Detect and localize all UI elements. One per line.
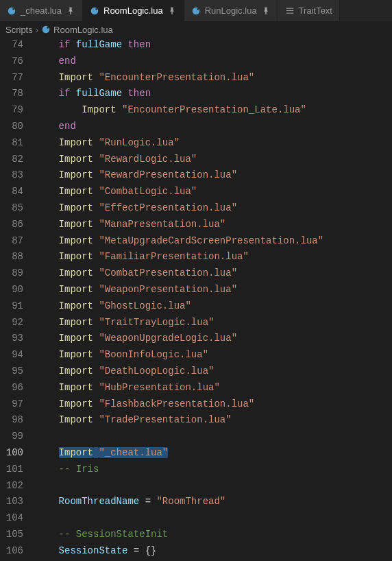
code-line[interactable]: Import "DeathLoopLogic.lua" bbox=[36, 363, 392, 380]
line-number: 99 bbox=[5, 429, 23, 445]
code-line[interactable]: Import "RunLogic.lua" bbox=[36, 135, 392, 152]
svg-point-2 bbox=[91, 7, 99, 14]
code-line[interactable]: Import "TraitTrayLogic.lua" bbox=[36, 315, 392, 331]
line-number: 93 bbox=[5, 331, 23, 347]
line-number: 102 bbox=[5, 478, 23, 494]
svg-point-0 bbox=[8, 7, 16, 14]
code-line[interactable]: Import "TradePresentation.lua" bbox=[36, 412, 392, 429]
code-line[interactable] bbox=[36, 478, 392, 494]
svg-point-4 bbox=[192, 7, 199, 14]
code-line[interactable]: -- SessionStateInit bbox=[36, 527, 392, 543]
code-line[interactable]: SessionState = {} bbox=[36, 543, 392, 560]
code-line[interactable] bbox=[36, 429, 392, 445]
code-content[interactable]: if fullGame then end Import "EncounterPr… bbox=[33, 37, 392, 561]
line-number: 94 bbox=[5, 347, 23, 363]
code-line[interactable]: Import "WeaponPresentation.lua" bbox=[36, 282, 392, 298]
tab-runlogic-lua[interactable]: RunLogic.lua bbox=[184, 0, 278, 21]
line-number: 100 bbox=[5, 445, 23, 462]
line-number: 82 bbox=[5, 152, 23, 168]
list-icon bbox=[285, 6, 295, 16]
pin-icon[interactable] bbox=[261, 6, 271, 16]
lua-icon bbox=[7, 6, 16, 16]
pin-icon[interactable] bbox=[167, 6, 177, 16]
code-line[interactable]: Import "BoonInfoLogic.lua" bbox=[36, 347, 392, 363]
line-number: 96 bbox=[5, 380, 23, 396]
line-number: 85 bbox=[5, 200, 23, 217]
code-line[interactable]: Import "HubPresentation.lua" bbox=[36, 380, 392, 396]
line-number: 77 bbox=[5, 70, 23, 86]
breadcrumb-file[interactable]: RoomLogic.lua bbox=[53, 25, 113, 35]
code-line[interactable]: end bbox=[36, 119, 392, 135]
tab-traittext[interactable]: TraitText bbox=[278, 0, 340, 21]
line-number: 74 bbox=[5, 37, 23, 53]
line-number: 76 bbox=[5, 53, 23, 70]
code-line[interactable]: Import "RewardLogic.lua" bbox=[36, 152, 392, 168]
code-line[interactable]: Import "RewardPresentation.lua" bbox=[36, 167, 392, 184]
pin-icon[interactable] bbox=[66, 6, 75, 16]
lua-icon bbox=[41, 25, 51, 34]
code-line[interactable]: Import "ManaPresentation.lua" bbox=[36, 217, 392, 233]
chevron-right-icon: › bbox=[36, 25, 38, 35]
code-line[interactable]: Import "_cheat.lua" bbox=[36, 445, 392, 462]
code-line[interactable]: Import "FamiliarPresentation.lua" bbox=[36, 249, 392, 265]
code-line[interactable]: Import "EncounterPresentation.lua" bbox=[36, 70, 392, 86]
line-number: 86 bbox=[5, 217, 23, 233]
tab-label: TraitText bbox=[299, 5, 332, 16]
line-number: 106 bbox=[5, 543, 23, 560]
tab-label: RoomLogic.lua bbox=[103, 5, 163, 16]
line-number: 105 bbox=[5, 527, 23, 543]
code-line[interactable]: Import "CombatLogic.lua" bbox=[36, 184, 392, 200]
line-number: 90 bbox=[5, 282, 23, 298]
code-line[interactable]: Import "EffectPresentation.lua" bbox=[36, 200, 392, 217]
code-line[interactable]: Import "MetaUpgradeCardScreenPresentatio… bbox=[36, 233, 392, 250]
svg-point-6 bbox=[42, 26, 50, 34]
line-number: 95 bbox=[5, 363, 23, 380]
tab-_cheat-lua[interactable]: _cheat.lua bbox=[0, 0, 83, 21]
line-number: 80 bbox=[5, 119, 23, 135]
code-line[interactable]: Import "CombatPresentation.lua" bbox=[36, 265, 392, 282]
svg-point-7 bbox=[47, 27, 49, 29]
tab-roomlogic-lua[interactable]: RoomLogic.lua bbox=[83, 0, 184, 21]
tab-label: RunLogic.lua bbox=[205, 5, 257, 16]
line-number: 78 bbox=[5, 86, 23, 102]
line-number: 101 bbox=[5, 462, 23, 478]
line-number-gutter: 7476777879808182838485868788899091929394… bbox=[0, 37, 33, 561]
line-number: 92 bbox=[5, 315, 23, 331]
lua-icon bbox=[191, 6, 201, 16]
code-line[interactable] bbox=[36, 510, 392, 527]
code-line[interactable]: -- Iris bbox=[36, 462, 392, 478]
breadcrumb-folder[interactable]: Scripts bbox=[5, 25, 33, 35]
code-line[interactable]: if fullGame then bbox=[36, 37, 392, 53]
tab-label: _cheat.lua bbox=[21, 5, 62, 16]
code-line[interactable]: Import "EncounterPresentation_Late.lua" bbox=[36, 102, 392, 119]
line-number: 79 bbox=[5, 102, 23, 119]
code-line[interactable]: Import "GhostLogic.lua" bbox=[36, 298, 392, 315]
svg-point-3 bbox=[95, 8, 97, 10]
line-number: 83 bbox=[5, 167, 23, 184]
line-number: 88 bbox=[5, 249, 23, 265]
line-number: 81 bbox=[5, 135, 23, 152]
line-number: 87 bbox=[5, 233, 23, 250]
line-number: 104 bbox=[5, 510, 23, 527]
code-line[interactable]: RoomThreadName = "RoomThread" bbox=[36, 494, 392, 510]
lua-icon bbox=[90, 6, 99, 16]
tab-bar: _cheat.luaRoomLogic.luaRunLogic.luaTrait… bbox=[0, 0, 392, 22]
code-line[interactable]: end bbox=[36, 53, 392, 70]
line-number: 89 bbox=[5, 265, 23, 282]
svg-point-1 bbox=[12, 8, 14, 10]
breadcrumb: Scripts › RoomLogic.lua bbox=[0, 22, 392, 37]
code-line[interactable]: Import "FlashbackPresentation.lua" bbox=[36, 396, 392, 413]
code-editor[interactable]: 7476777879808182838485868788899091929394… bbox=[0, 37, 392, 561]
code-line[interactable]: Import "WeaponUpgradeLogic.lua" bbox=[36, 331, 392, 347]
code-line[interactable]: if fullGame then bbox=[36, 86, 392, 102]
line-number: 84 bbox=[5, 184, 23, 200]
line-number: 98 bbox=[5, 412, 23, 429]
line-number: 91 bbox=[5, 298, 23, 315]
line-number: 97 bbox=[5, 396, 23, 413]
line-number: 103 bbox=[5, 494, 23, 510]
svg-point-5 bbox=[197, 8, 199, 10]
